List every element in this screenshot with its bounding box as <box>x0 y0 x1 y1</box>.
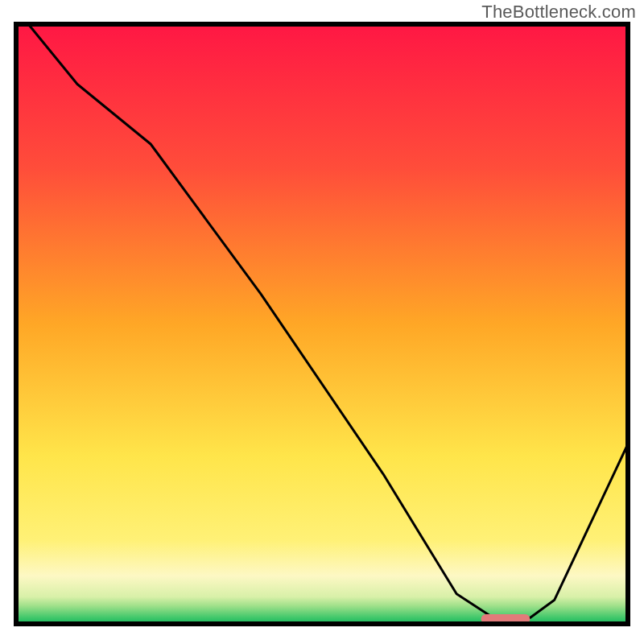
plot-background <box>16 24 628 624</box>
bottleneck-chart <box>0 0 644 644</box>
watermark-text: TheBottleneck.com <box>481 2 636 23</box>
